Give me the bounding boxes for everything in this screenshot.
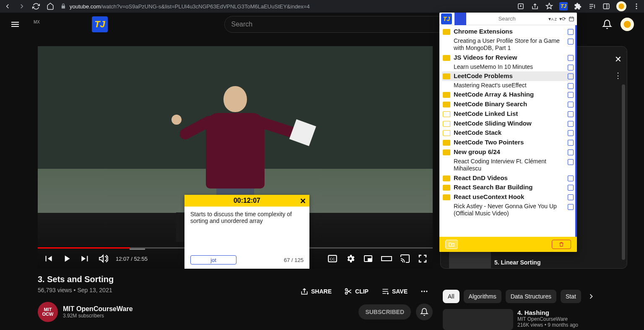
ext-checkbox[interactable]: [568, 194, 574, 200]
ext-checkbox[interactable]: [568, 121, 574, 127]
folder-icon: [443, 55, 450, 61]
ext-checkbox[interactable]: [568, 83, 574, 89]
chip-stat[interactable]: Stat: [561, 290, 581, 303]
svg-point-14: [345, 292, 348, 294]
forward-button[interactable]: [18, 3, 26, 10]
note-close-button[interactable]: ✕: [300, 196, 306, 206]
ext-folder-row[interactable]: LeetCode Problems: [442, 71, 574, 81]
chip-all[interactable]: All: [443, 290, 460, 303]
next-button[interactable]: [80, 253, 91, 264]
ext-item-row[interactable]: React Coding Interview Ft. Clément Mihai…: [442, 157, 574, 173]
ext-folder-row[interactable]: React DnD Videos: [442, 173, 574, 183]
subscribe-button[interactable]: SUBSCRIBED: [358, 304, 411, 320]
ext-item-row[interactable]: Creating a User Profile Store for a Game…: [442, 37, 574, 53]
share-icon[interactable]: [531, 2, 539, 10]
ext-folder-row[interactable]: Chrome Extensions: [442, 27, 574, 37]
jot-button[interactable]: jot: [190, 255, 236, 265]
ext-calendar-icon[interactable]: [568, 16, 575, 22]
ext-checkbox[interactable]: [568, 73, 574, 79]
ext-checkbox[interactable]: [568, 29, 574, 35]
recommendation-item[interactable]: 4. Hashing MIT OpenCourseWare 216K views…: [443, 309, 634, 330]
ext-folder-row[interactable]: JS Videos for Review: [442, 53, 574, 63]
playlist-item[interactable]: 5. Linear Sorting: [441, 249, 627, 269]
notifications-icon[interactable]: [602, 19, 612, 29]
ext-item-row[interactable]: Learn useMemo In 10 Minutes: [442, 63, 574, 72]
note-text[interactable]: Starts to discuss the time complexity of…: [184, 207, 309, 253]
channel-name[interactable]: MIT OpenCourseWare: [63, 305, 133, 313]
notification-bell[interactable]: [416, 304, 433, 320]
settings-button[interactable]: [345, 254, 356, 264]
save-button[interactable]: SAVE: [377, 285, 412, 298]
playlist-scrollbar[interactable]: [622, 84, 625, 260]
ext-folder-row[interactable]: NeetCode Stack: [442, 128, 574, 138]
video-player[interactable]: 12:07 / 52:55 CC 00:12:07 ✕ Starts to di…: [38, 46, 433, 269]
chip-data-structures[interactable]: Data Structures: [506, 290, 556, 303]
star-icon[interactable]: [545, 2, 553, 10]
theater-button[interactable]: [381, 254, 392, 264]
ext-refresh-icon[interactable]: ▾⟳: [558, 16, 567, 22]
ext-item-row[interactable]: Mastering React's useEffect: [442, 81, 574, 90]
folder-icon: [443, 149, 450, 155]
ext-item-row[interactable]: Rick Astley - Never Gonna Give You Up (O…: [442, 202, 574, 218]
ext-checkbox[interactable]: [568, 92, 574, 98]
svg-rect-18: [569, 17, 574, 21]
chip-algorithms[interactable]: Algorithms: [464, 290, 501, 303]
playlist-more-icon[interactable]: ⋮: [614, 71, 622, 80]
ext-folder-row[interactable]: NeetCode Sliding Window: [442, 119, 574, 128]
volume-button[interactable]: [98, 254, 108, 264]
ext-checkbox[interactable]: [568, 175, 574, 181]
prev-button[interactable]: [43, 253, 54, 264]
more-actions-button[interactable]: [416, 285, 433, 298]
install-icon[interactable]: [517, 2, 525, 10]
playlist-close-icon[interactable]: ✕: [615, 54, 622, 64]
channel-avatar[interactable]: MITOCW: [38, 302, 58, 322]
folder-icon: [443, 140, 450, 146]
ext-checkbox[interactable]: [568, 65, 574, 71]
ext-checkbox[interactable]: [568, 55, 574, 61]
ext-checkbox[interactable]: [568, 130, 574, 136]
ext-sort-button[interactable]: ▾A Z: [548, 16, 558, 22]
play-button[interactable]: [61, 253, 72, 264]
chrome-profile-avatar[interactable]: [616, 1, 626, 11]
ext-checkbox[interactable]: [568, 185, 574, 191]
search-input[interactable]: Search: [224, 16, 451, 33]
cast-button[interactable]: [400, 254, 410, 264]
ext-checkbox[interactable]: [568, 204, 574, 210]
ts-extension-icon[interactable]: TJ: [559, 2, 568, 10]
ext-checkbox[interactable]: [568, 111, 574, 117]
ext-checkbox[interactable]: [568, 159, 574, 165]
reload-button[interactable]: [32, 3, 40, 10]
ext-checkbox[interactable]: [568, 149, 574, 155]
sidepanel-icon[interactable]: [602, 2, 610, 10]
ext-folder-row[interactable]: NeetCode Array & Hashing: [442, 90, 574, 100]
ext-checkbox[interactable]: [568, 102, 574, 107]
ext-checkbox[interactable]: [568, 140, 574, 146]
ext-checkbox[interactable]: [568, 39, 574, 45]
ext-folder-row[interactable]: React useContext Hook: [442, 192, 574, 202]
ext-list[interactable]: Chrome ExtensionsCreating a User Profile…: [439, 25, 577, 237]
ext-folder-row[interactable]: New group 6/24: [442, 147, 574, 157]
ext-scrollbar[interactable]: [575, 25, 577, 237]
user-avatar[interactable]: [621, 18, 634, 31]
hamburger-menu[interactable]: [7, 16, 23, 33]
miniplayer-button[interactable]: [363, 254, 373, 264]
address-bar[interactable]: youtube.com/watch?v=oS9aPzUNG-s&list=PLU…: [60, 3, 511, 10]
reading-list-icon[interactable]: [588, 2, 596, 10]
ext-folder-row[interactable]: NeetCode Linked List: [442, 109, 574, 119]
fullscreen-button[interactable]: [418, 254, 428, 264]
ext-add-folder-button[interactable]: [445, 240, 458, 249]
home-button[interactable]: [46, 3, 55, 10]
ext-search-input[interactable]: [469, 14, 545, 24]
ext-folder-row[interactable]: NeetCode Binary Search: [442, 100, 574, 109]
extensions-icon[interactable]: [574, 2, 582, 10]
ext-folder-row[interactable]: React Search Bar Building: [442, 183, 574, 192]
ext-folder-row[interactable]: NeetCode Two Pointers: [442, 138, 574, 147]
chrome-menu-icon[interactable]: [632, 2, 641, 10]
timestamp-note-popup: 00:12:07 ✕ Starts to discuss the time co…: [184, 195, 309, 269]
ext-delete-button[interactable]: [552, 240, 571, 249]
chips-next-icon[interactable]: [587, 292, 595, 301]
cc-button[interactable]: CC: [327, 253, 338, 264]
clip-button[interactable]: CLIP: [340, 285, 373, 298]
share-button[interactable]: SHARE: [296, 285, 336, 298]
back-button[interactable]: [3, 3, 12, 10]
